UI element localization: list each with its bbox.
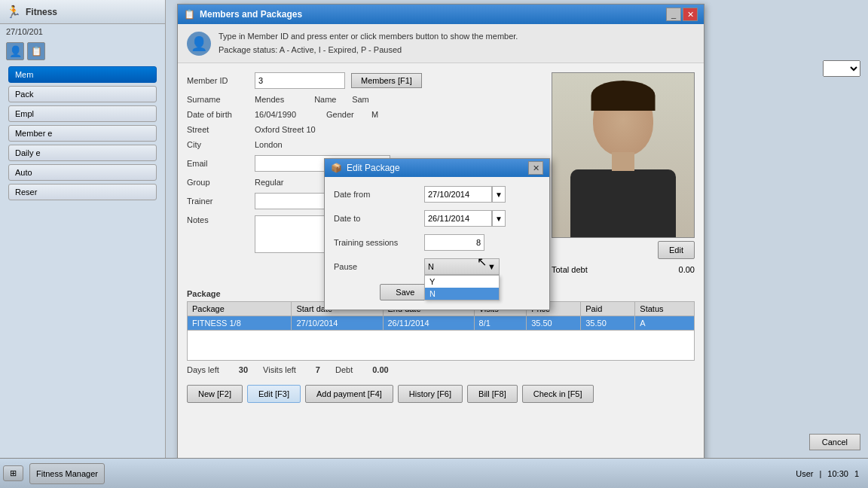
members-f1-button[interactable]: Members [F1] [351,73,422,88]
edit-f3-button[interactable]: Edit [F3] [247,385,301,403]
edit-pkg-close-button[interactable]: ✕ [528,161,543,175]
member-id-row: Member ID Members [F1] [187,72,542,89]
surname-label: Surname [187,95,255,104]
surname-value: Mendes [255,95,284,104]
taskbar-item-fitness[interactable]: Fitness Manager [29,463,105,484]
name-group: Name Sam [314,95,369,104]
bill-f8-button[interactable]: Bill [F8] [467,385,518,403]
photo-edit-button[interactable]: Edit [658,241,695,259]
dob-value: 16/04/1990 [255,110,296,119]
photo-box [552,72,695,238]
sidebar-btn-daily-e[interactable]: Daily e [8,145,157,161]
add-payment-f4-button[interactable]: Add payment [F4] [305,385,393,403]
info-icon: 👤 [187,32,211,56]
pause-dropdown-options: Y N [424,275,500,300]
history-f6-button[interactable]: History [F6] [398,385,463,403]
check-in-f5-button[interactable]: Check in [F5] [522,385,594,403]
sidebar-btn-reservations[interactable]: Reser [8,184,157,200]
table-row[interactable]: FITNESS 1/8 27/10/2014 26/11/2014 8/1 35… [188,316,695,331]
gender-value: M [371,110,378,119]
edit-package-content: Date from ▼ Date to ▼ Training sessions … [325,177,549,310]
members-icon: 📋 [184,9,195,20]
sidebar-date: 27/10/201 [0,24,165,39]
bottom-cancel-area: Cancel [809,434,860,450]
date-from-input[interactable] [424,186,492,203]
date-from-label: Date from [334,190,424,199]
sidebar-btn-members[interactable]: Mem [8,66,157,83]
date-to-input[interactable] [424,210,492,227]
dob-group: Date of birth 16/04/1990 [187,110,296,119]
page-num: 1 [854,469,859,478]
pause-selected-value: N [428,262,434,271]
dob-label: Date of birth [187,110,255,119]
taskbar-items: Fitness Manager [29,463,790,484]
sidebar-btn-packages[interactable]: Pack [8,86,157,102]
pause-dropdown-container: N ▼ Y N [424,258,500,275]
city-label: City [187,140,255,149]
cell-package: FITNESS 1/8 [188,316,292,331]
city-row: City London [187,140,542,149]
stats-debt-value: 0.00 [372,365,388,374]
edit-package-titlebar: 📦 Edit Package ✕ [325,159,549,177]
members-dialog-titlebar: 📋 Members and Packages _ ✕ [178,5,704,24]
taskbar: ⊞ Fitness Manager User | 10:30 1 [0,458,868,488]
new-f2-button[interactable]: New [F2] [187,385,243,403]
col-status: Status [635,302,695,316]
training-sessions-row: Training sessions [334,234,540,251]
taskbar-time: 10:30 [827,469,848,478]
sidebar-btn-auto[interactable]: Auto [8,164,157,181]
debt-row: Total debt 0.00 [552,259,695,280]
windows-icon: ⊞ [10,468,17,478]
date-to-calendar-button[interactable]: ▼ [492,210,506,227]
date-to-row: Date to ▼ [334,210,540,227]
visits-left-value: 7 [316,365,320,374]
members-dialog-title: 📋 Members and Packages [184,9,302,20]
sidebar-btn-employees[interactable]: Empl [8,105,157,122]
info-bar: 👤 Type in Member ID and press enter or c… [178,24,704,63]
date-from-calendar-button[interactable]: ▼ [492,186,506,203]
stats-bar: Days left 30 Visits left 7 Debt 0.00 [178,361,704,379]
member-id-label: Member ID [187,76,255,85]
sidebar-header: 🏃 Fitness [0,0,165,24]
training-sessions-input[interactable] [424,234,484,251]
pause-option-y[interactable]: Y [425,276,499,288]
visits-left-label: Visits left [263,365,296,374]
col-package: Package [188,302,292,316]
pause-dropdown[interactable]: N ▼ [424,258,500,275]
package-table: Package Start date End date Visits Price… [187,301,695,361]
street-label: Street [187,125,255,134]
edit-pkg-icon: 📦 [331,163,342,173]
pause-row: Pause N ▼ Y N ↖ [334,258,540,275]
group-value: Regular [255,178,284,187]
street-row: Street Oxford Street 10 [187,125,542,134]
form-right: Edit Total debt 0.00 [552,72,695,280]
gender-group: Gender M [326,110,378,119]
bottom-cancel-button[interactable]: Cancel [809,434,860,450]
member-id-input[interactable] [255,72,345,89]
right-dropdown[interactable] [823,60,860,77]
training-sessions-label: Training sessions [334,238,424,247]
trainer-label: Trainer [187,197,255,206]
group-label: Group [187,178,255,187]
stats-debt-label: Debt [335,365,353,374]
edit-package-dialog: 📦 Edit Package ✕ Date from ▼ Date to ▼ T… [324,158,550,310]
edit-package-title: 📦 Edit Package [331,163,400,173]
save-button[interactable]: Save [380,284,430,300]
start-button[interactable]: ⊞ [3,465,23,481]
cell-price: 35.50 [527,316,581,331]
name-value: Sam [352,95,369,104]
sidebar-icon1[interactable]: 👤 [6,42,24,60]
street-value: Oxford Street 10 [255,125,316,134]
info-text: Type in Member ID and press enter or cli… [219,30,518,56]
pause-label: Pause [334,262,424,271]
email-label: Email [187,159,255,168]
minimize-button[interactable]: _ [666,8,681,21]
pause-option-n[interactable]: N [425,288,499,300]
name-label: Name [314,95,352,104]
sidebar-btn-member-e[interactable]: Member e [8,125,157,142]
sidebar-icon2[interactable]: 📋 [27,42,45,60]
close-button[interactable]: ✕ [683,8,698,21]
bottom-buttons: New [F2] Edit [F3] Add payment [F4] Hist… [178,379,704,409]
date-to-label: Date to [334,214,424,223]
cell-status: A [635,316,695,331]
